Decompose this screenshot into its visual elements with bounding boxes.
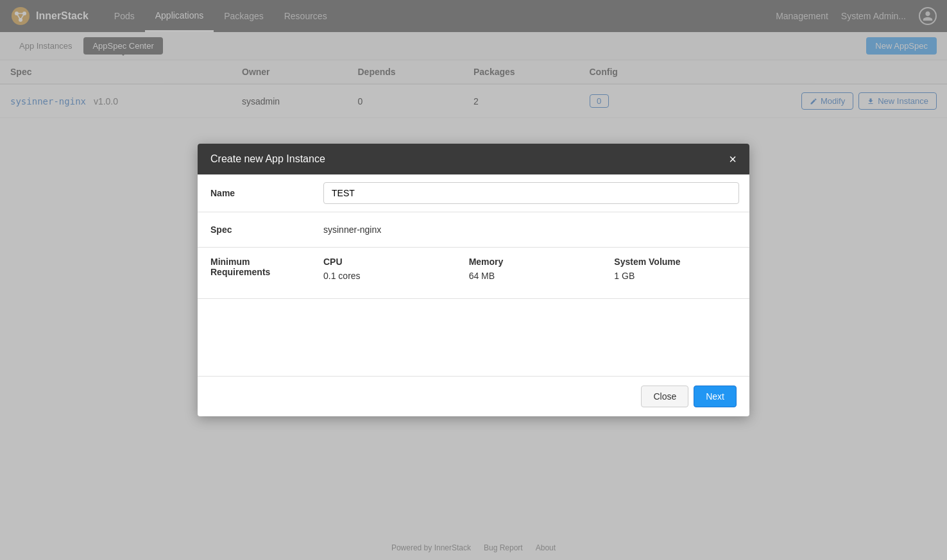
modal-body: Name Spec sysinner-nginx MinimumRequirem…: [198, 174, 749, 376]
modal-close-button[interactable]: ×: [729, 153, 737, 165]
modal-name-value: [313, 174, 749, 212]
modal-cpu-label: CPU: [323, 257, 448, 267]
modal-spec-label: Spec: [198, 216, 313, 244]
modal-name-row: Name: [198, 174, 749, 212]
modal-requirements-row: MinimumRequirements CPU 0.1 cores Memory…: [198, 248, 749, 299]
modal-title: Create new App Instance: [210, 153, 325, 165]
close-modal-button[interactable]: Close: [641, 386, 688, 407]
modal-cpu-col: CPU 0.1 cores: [313, 248, 459, 298]
modal-requirements-label: MinimumRequirements: [198, 248, 313, 298]
modal-cpu-value: 0.1 cores: [323, 271, 448, 281]
modal-memory-value: 64 MB: [469, 271, 594, 281]
next-button[interactable]: Next: [694, 386, 737, 407]
modal-system-volume-value: 1 GB: [614, 271, 739, 281]
modal-footer: Close Next: [198, 376, 749, 416]
modal-spacer: [198, 299, 749, 376]
name-input[interactable]: [323, 182, 739, 204]
modal-system-volume-label: System Volume: [614, 257, 739, 267]
modal-system-volume-col: System Volume 1 GB: [604, 248, 749, 298]
modal-spec-value: sysinner-nginx: [313, 217, 749, 242]
modal-header: Create new App Instance ×: [198, 144, 749, 174]
modal-name-label: Name: [198, 179, 313, 207]
modal-memory-col: Memory 64 MB: [459, 248, 604, 298]
modal-spec-row: Spec sysinner-nginx: [198, 212, 749, 248]
modal: Create new App Instance × Name Spec sysi…: [198, 144, 749, 416]
modal-overlay: Create new App Instance × Name Spec sysi…: [0, 0, 947, 560]
modal-memory-label: Memory: [469, 257, 594, 267]
